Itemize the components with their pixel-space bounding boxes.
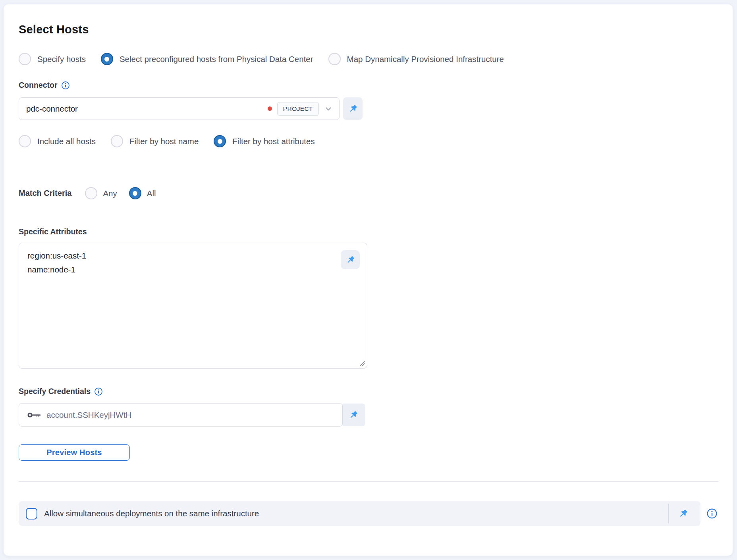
section-divider [19, 481, 718, 482]
radio-circle-unselected [19, 135, 31, 147]
pushpin-icon [345, 255, 355, 265]
radio-label: Specify hosts [37, 54, 86, 64]
info-icon[interactable] [706, 508, 718, 519]
host-source-radio-group: Specify hosts Select preconfigured hosts… [19, 53, 718, 65]
match-criteria-label: Match Criteria [19, 189, 71, 198]
radio-match-all[interactable]: All [129, 187, 156, 199]
required-dot-icon [268, 106, 272, 111]
radio-label: Filter by host attributes [232, 137, 314, 146]
resize-handle-icon[interactable] [359, 360, 365, 367]
radio-label: Any [103, 189, 117, 198]
connector-pin-button[interactable] [343, 97, 363, 120]
vertical-divider [668, 504, 669, 523]
specific-attributes-label-row: Specific Attributes [19, 227, 718, 236]
select-hosts-panel: Select Hosts Specify hosts Select precon… [4, 4, 733, 556]
radio-circle-unselected [111, 135, 123, 147]
radio-label: All [147, 189, 156, 198]
connector-label: Connector [19, 81, 58, 90]
simultaneous-deployments-checkbox[interactable] [26, 508, 37, 519]
radio-filter-host-attributes[interactable]: Filter by host attributes [214, 135, 314, 147]
simultaneous-deployments-bar: Allow simultaneous deployments on the sa… [19, 501, 700, 526]
pushpin-icon [348, 104, 358, 114]
radio-specify-hosts[interactable]: Specify hosts [19, 53, 86, 65]
specific-attributes-field: region:us-east-1 name:node-1 [19, 243, 367, 369]
radio-preconfigured-hosts[interactable]: Select preconfigured hosts from Physical… [101, 53, 313, 65]
footer-row: Allow simultaneous deployments on the sa… [19, 501, 718, 526]
connector-input[interactable]: pdc-connector PROJECT [19, 97, 340, 120]
radio-label: Select preconfigured hosts from Physical… [120, 54, 313, 64]
specific-attributes-pin-button[interactable] [341, 250, 360, 269]
radio-label: Map Dynamically Provisioned Infrastructu… [347, 54, 504, 64]
scope-badge: PROJECT [277, 102, 319, 116]
radio-circle-unselected [19, 53, 31, 65]
radio-circle-unselected [328, 53, 341, 65]
radio-filter-host-name[interactable]: Filter by host name [111, 135, 199, 147]
radio-include-all-hosts[interactable]: Include all hosts [19, 135, 96, 147]
credentials-field-row: account.SSHKeyjHWtH [19, 403, 365, 427]
connector-value: pdc-connector [26, 104, 268, 114]
match-criteria-row: Match Criteria Any All [19, 187, 718, 199]
radio-match-any[interactable]: Any [85, 187, 117, 199]
radio-dynamic-infrastructure[interactable]: Map Dynamically Provisioned Infrastructu… [328, 53, 504, 65]
radio-circle-unselected [85, 187, 97, 199]
credentials-label: Specify Credentials [19, 387, 91, 396]
radio-circle-selected [129, 187, 141, 199]
info-icon[interactable] [61, 81, 70, 90]
host-filter-radio-group: Include all hosts Filter by host name Fi… [19, 135, 718, 147]
page-title: Select Hosts [19, 23, 718, 36]
footer-pin-button[interactable] [678, 508, 689, 519]
info-icon[interactable] [94, 387, 103, 396]
chevron-down-icon[interactable] [324, 104, 333, 113]
radio-label: Filter by host name [129, 137, 199, 146]
simultaneous-deployments-label: Allow simultaneous deployments on the sa… [44, 509, 259, 518]
radio-label: Include all hosts [37, 137, 96, 146]
credentials-value: account.SSHKeyjHWtH [46, 410, 131, 420]
match-criteria-radio-group: Any All [85, 187, 156, 199]
credentials-label-row: Specify Credentials [19, 387, 718, 396]
credentials-input[interactable]: account.SSHKeyjHWtH [19, 403, 343, 427]
specific-attributes-label: Specific Attributes [19, 227, 87, 236]
pushpin-icon [348, 410, 359, 420]
preview-hosts-button[interactable]: Preview Hosts [19, 444, 130, 461]
key-icon [27, 411, 41, 419]
connector-label-row: Connector [19, 81, 718, 90]
radio-circle-selected [101, 53, 113, 65]
radio-circle-selected [214, 135, 226, 147]
connector-field-row: pdc-connector PROJECT [19, 97, 718, 120]
specific-attributes-textarea[interactable]: region:us-east-1 name:node-1 [19, 243, 367, 369]
